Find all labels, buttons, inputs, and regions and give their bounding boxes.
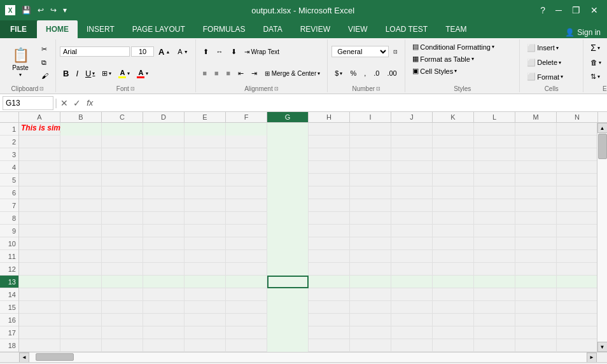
cell-M5[interactable] bbox=[515, 174, 557, 186]
tab-team[interactable]: TEAM bbox=[436, 20, 475, 38]
cell-H10[interactable] bbox=[309, 237, 350, 250]
cell-J2[interactable] bbox=[391, 136, 433, 148]
cell-M16[interactable] bbox=[515, 314, 557, 326]
cell-D3[interactable] bbox=[143, 148, 185, 161]
vertical-scroll-track[interactable] bbox=[597, 133, 607, 342]
cell-H8[interactable] bbox=[309, 212, 350, 225]
cell-D2[interactable] bbox=[143, 136, 185, 148]
cell-K3[interactable] bbox=[433, 148, 474, 161]
save-quick-btn[interactable]: 💾 bbox=[19, 4, 34, 16]
cell-M14[interactable] bbox=[515, 288, 557, 301]
cell-I11[interactable] bbox=[350, 250, 391, 263]
cell-G4[interactable] bbox=[267, 161, 309, 174]
row-num-9[interactable]: 9 bbox=[0, 225, 18, 237]
align-middle-btn[interactable]: ↔ bbox=[213, 46, 227, 57]
borders-btn[interactable]: ⊞▾ bbox=[99, 67, 115, 80]
cell-E12[interactable] bbox=[185, 263, 226, 276]
cell-A11[interactable] bbox=[19, 250, 60, 263]
cell-N8[interactable] bbox=[557, 212, 597, 225]
cell-E9[interactable] bbox=[185, 225, 226, 237]
font-color-btn[interactable]: A ▾ bbox=[134, 67, 151, 80]
cell-H18[interactable] bbox=[309, 339, 350, 352]
vertical-scroll-thumb[interactable] bbox=[598, 134, 607, 159]
cell-I7[interactable] bbox=[350, 199, 391, 212]
cell-N9[interactable] bbox=[557, 225, 597, 237]
cell-I1[interactable] bbox=[350, 123, 391, 136]
cell-E3[interactable] bbox=[185, 148, 226, 161]
cell-C13[interactable] bbox=[102, 276, 143, 288]
name-box[interactable] bbox=[3, 96, 53, 110]
cell-C11[interactable] bbox=[102, 250, 143, 263]
cell-N15[interactable] bbox=[557, 301, 597, 314]
cell-F7[interactable] bbox=[226, 199, 267, 212]
underline-btn[interactable]: U ▾ bbox=[82, 67, 98, 80]
cell-M17[interactable] bbox=[515, 326, 557, 339]
cell-N18[interactable] bbox=[557, 339, 597, 352]
italic-btn[interactable]: I bbox=[73, 67, 81, 80]
tab-view[interactable]: VIEW bbox=[339, 20, 377, 38]
cell-K14[interactable] bbox=[433, 288, 474, 301]
cell-L18[interactable] bbox=[474, 339, 515, 352]
cell-D6[interactable] bbox=[143, 186, 185, 199]
cell-K9[interactable] bbox=[433, 225, 474, 237]
cell-J12[interactable] bbox=[391, 263, 433, 276]
row-num-11[interactable]: 11 bbox=[0, 250, 18, 263]
cell-B12[interactable] bbox=[60, 263, 102, 276]
cell-E7[interactable] bbox=[185, 199, 226, 212]
cell-I17[interactable] bbox=[350, 326, 391, 339]
cell-K18[interactable] bbox=[433, 339, 474, 352]
cell-H9[interactable] bbox=[309, 225, 350, 237]
align-center-btn[interactable]: ≡ bbox=[211, 67, 221, 79]
cell-J5[interactable] bbox=[391, 174, 433, 186]
cell-F16[interactable] bbox=[226, 314, 267, 326]
cell-A15[interactable] bbox=[19, 301, 60, 314]
cell-L11[interactable] bbox=[474, 250, 515, 263]
cell-H7[interactable] bbox=[309, 199, 350, 212]
cell-D11[interactable] bbox=[143, 250, 185, 263]
cell-K5[interactable] bbox=[433, 174, 474, 186]
cell-H1[interactable] bbox=[309, 123, 350, 136]
clear-btn[interactable]: 🗑 ▾ bbox=[587, 57, 604, 68]
cell-I15[interactable] bbox=[350, 301, 391, 314]
redo-quick-btn[interactable]: ↪ bbox=[48, 4, 59, 16]
cell-F18[interactable] bbox=[226, 339, 267, 352]
cell-C12[interactable] bbox=[102, 263, 143, 276]
row-num-8[interactable]: 8 bbox=[0, 212, 18, 225]
cell-I14[interactable] bbox=[350, 288, 391, 301]
cell-M4[interactable] bbox=[515, 161, 557, 174]
tab-home[interactable]: HOME bbox=[37, 20, 78, 38]
cell-D4[interactable] bbox=[143, 161, 185, 174]
cell-F5[interactable] bbox=[226, 174, 267, 186]
cell-M11[interactable] bbox=[515, 250, 557, 263]
cell-A5[interactable] bbox=[19, 174, 60, 186]
cell-M9[interactable] bbox=[515, 225, 557, 237]
cell-L17[interactable] bbox=[474, 326, 515, 339]
cell-D5[interactable] bbox=[143, 174, 185, 186]
cell-F12[interactable] bbox=[226, 263, 267, 276]
cell-J6[interactable] bbox=[391, 186, 433, 199]
row-num-2[interactable]: 2 bbox=[0, 136, 18, 148]
cell-C8[interactable] bbox=[102, 212, 143, 225]
cell-F8[interactable] bbox=[226, 212, 267, 225]
cell-M18[interactable] bbox=[515, 339, 557, 352]
copy-btn[interactable]: ⧉ bbox=[38, 57, 52, 69]
cell-H14[interactable] bbox=[309, 288, 350, 301]
cell-L10[interactable] bbox=[474, 237, 515, 250]
col-header-D[interactable]: D bbox=[143, 112, 185, 122]
align-top-btn[interactable]: ⬆ bbox=[200, 46, 212, 58]
restore-btn[interactable]: ❐ bbox=[568, 4, 584, 17]
cell-L16[interactable] bbox=[474, 314, 515, 326]
tab-data[interactable]: DATA bbox=[254, 20, 291, 38]
cell-D9[interactable] bbox=[143, 225, 185, 237]
cell-C16[interactable] bbox=[102, 314, 143, 326]
cell-J10[interactable] bbox=[391, 237, 433, 250]
col-header-H[interactable]: H bbox=[309, 112, 350, 122]
row-num-5[interactable]: 5 bbox=[0, 174, 18, 186]
cell-G5[interactable] bbox=[267, 174, 309, 186]
wrap-text-btn[interactable]: ⇥ Wrap Text bbox=[241, 46, 283, 57]
cell-K2[interactable] bbox=[433, 136, 474, 148]
cell-B7[interactable] bbox=[60, 199, 102, 212]
cell-H17[interactable] bbox=[309, 326, 350, 339]
cell-M7[interactable] bbox=[515, 199, 557, 212]
row-num-15[interactable]: 15 bbox=[0, 301, 18, 314]
